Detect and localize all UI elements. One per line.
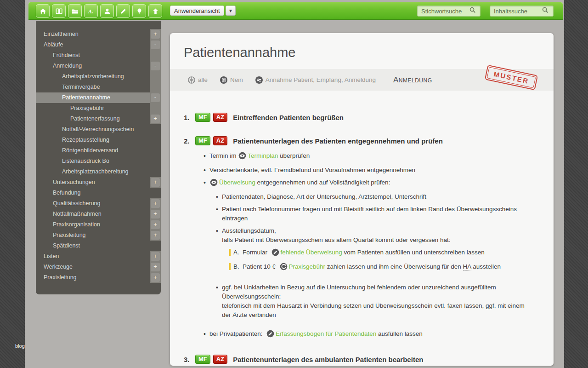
expand-icon[interactable]: + <box>151 263 160 271</box>
sidebar-item-frühdienst[interactable]: Frühdienst <box>36 50 161 61</box>
jump-arrow-icon <box>280 263 288 273</box>
sidebar-item-praxisgebühr[interactable]: Praxisgebühr <box>36 103 161 114</box>
sidebar-item-anmeldung[interactable]: Anmeldung- <box>36 61 161 71</box>
filter-nein[interactable]: Nein <box>220 76 243 84</box>
sidebar-item-label: Frühdienst <box>53 52 80 58</box>
expand-icon[interactable]: + <box>151 273 160 282</box>
sidebar-item-label: Spätdienst <box>53 242 80 249</box>
step-body: Termin im Terminplan überprüfenVersicher… <box>184 151 535 340</box>
collapse-icon[interactable]: - <box>151 40 160 49</box>
sidebar-item-label: Notfall/-Verrechnungsschein <box>62 126 134 132</box>
option-letter: A. <box>233 248 239 257</box>
filter-alle[interactable]: alle <box>187 76 208 84</box>
sidebar-item-notfallmaßnahmen[interactable]: Notfallmaßnahmen+ <box>36 209 161 219</box>
list-item: Patientendaten, Diagnose, Art der Unters… <box>184 192 535 201</box>
list-item: bei Privatpatienten: Erfassungsbogen für… <box>184 329 535 340</box>
sidebar-item-label: Abläufe <box>44 41 63 48</box>
step-number: 2. <box>184 137 195 145</box>
sidebar-item-qualitätssicherung[interactable]: Qualitätssicherung+ <box>36 198 161 209</box>
sidebar-item-werkzeuge[interactable]: Werkzeuge+ <box>36 262 161 272</box>
sidebar-item-spätdienst[interactable]: Spätdienst <box>36 241 161 251</box>
view-select-value[interactable]: Anwenderansicht <box>170 6 224 16</box>
sidebar-item-praxisleitung[interactable]: Praxisleitung+ <box>36 272 161 283</box>
link-praxisgebühr[interactable]: Praxisgebühr <box>289 263 326 270</box>
expand-icon[interactable]: + <box>151 178 160 187</box>
bulb-icon[interactable] <box>132 4 146 18</box>
sidebar-item-praxisleitung[interactable]: Praxisleitung+ <box>36 230 161 241</box>
list-item-text: Patient nach Telefonnummer fragen und mi… <box>222 206 519 222</box>
highlight-marker <box>229 263 231 270</box>
sidebar-item-label: Röntgenbilderversand <box>62 147 118 154</box>
sidebar-item-terminvergabe[interactable]: Terminvergabe <box>36 82 161 92</box>
role-badge-az: AZ <box>213 113 227 122</box>
table-icon[interactable] <box>52 4 66 18</box>
expand-icon[interactable]: + <box>151 252 160 261</box>
search-icon[interactable] <box>542 6 549 16</box>
list-item-text: Überweisung entgegennehmen und auf Volls… <box>209 179 390 186</box>
document-icon <box>220 76 228 84</box>
list-item-text: bei Privatpatienten: Erfassungsbogen für… <box>209 330 423 337</box>
list-item-text: Ausstellungsdatum, falls Patient mit Übe… <box>222 227 450 243</box>
chevron-down-icon[interactable]: ▼ <box>226 6 236 16</box>
step: 2.MFAZPatientenunterlagen des Patienten … <box>184 136 535 340</box>
step-heading: 2.MFAZPatientenunterlagen des Patienten … <box>184 136 535 145</box>
user-icon[interactable] <box>100 4 114 18</box>
sidebar-item-listenausdruck-bo[interactable]: Listenausdruck Bo <box>36 156 161 167</box>
sidebar-item-abläufe[interactable]: Abläufe- <box>36 40 161 50</box>
sidebar-item-patientenerfassung[interactable]: Patientenerfassung+ <box>36 114 161 124</box>
step-title: Eintreffenden Patienten begrüßen <box>233 114 344 121</box>
sidebar-item-listen[interactable]: Listen+ <box>36 251 161 262</box>
folder-icon[interactable] <box>68 4 82 18</box>
content-search-input[interactable] <box>490 8 541 15</box>
expand-icon[interactable]: + <box>151 220 160 229</box>
sidebar-item-label: Praxisorganisation <box>53 221 100 228</box>
collapse-icon[interactable]: - <box>151 93 160 102</box>
list-item: Termin im Terminplan überprüfen <box>184 151 535 162</box>
sidebar-item-label: Praxisgebühr <box>70 105 104 111</box>
text-format-icon[interactable]: A. <box>84 4 98 18</box>
expand-icon[interactable]: + <box>151 210 160 218</box>
expand-icon[interactable]: + <box>151 199 160 208</box>
link-überweisung[interactable]: Überweisung <box>219 179 255 186</box>
sidebar-item-patientenannahme[interactable]: Patientenannahme- <box>36 92 161 103</box>
option-letter: B. <box>233 262 239 271</box>
home-icon[interactable] <box>36 4 50 18</box>
sidebar-item-label: Patientenannahme <box>62 94 110 101</box>
expand-icon[interactable]: + <box>151 30 160 39</box>
sidebar-item-label: Listenausdruck Bo <box>62 158 109 164</box>
pencil-icon <box>271 248 279 259</box>
collapse-icon[interactable]: - <box>151 62 160 70</box>
sidebar-item-untersuchungen[interactable]: Untersuchungen+ <box>36 177 161 188</box>
step: 3.MFAZPatientenunterlagen des ambulanten… <box>184 355 535 366</box>
eye-icon <box>210 178 218 189</box>
role-badge-mf: MF <box>195 113 210 122</box>
pencil-icon[interactable] <box>116 4 130 18</box>
arrow-up-icon[interactable] <box>148 4 162 18</box>
expand-icon[interactable]: + <box>151 115 160 123</box>
sidebar-item-label: Anmeldung <box>53 63 82 69</box>
search-icon[interactable] <box>469 6 476 16</box>
keyword-search-input[interactable] <box>418 8 468 15</box>
sidebar-item-rezeptausstellung[interactable]: Rezeptausstellung <box>36 135 161 145</box>
keyword-search <box>417 6 481 17</box>
sidebar-item-notfall-verrechnungsschein[interactable]: Notfall/-Verrechnungsschein <box>36 124 161 135</box>
sidebar-item-arbeitsplatzvorbereitung[interactable]: Arbeitsplatzvorbereitung <box>36 71 161 82</box>
sidebar-item-label: Arbeitsplatznachbereitung <box>62 168 129 175</box>
step-title: Patientenunterlagen des Patienten entgeg… <box>233 137 443 145</box>
expand-icon[interactable]: + <box>151 231 160 240</box>
link-erfassungsbogen-für-patientendaten[interactable]: Erfassungsbogen für Patientendaten <box>276 330 376 337</box>
step-title: Patientenunterlagen des ambulanten Patie… <box>233 356 423 363</box>
content-search <box>490 6 554 17</box>
sidebar-item-label: Praxisleitung <box>44 274 77 281</box>
sidebar-item-label: Terminvergabe <box>62 84 100 90</box>
sidebar-item-praxisorganisation[interactable]: Praxisorganisation+ <box>36 219 161 230</box>
sidebar-item-befundung[interactable]: Befundung <box>36 188 161 198</box>
sidebar-item-arbeitsplatznachbereitung[interactable]: Arbeitsplatznachbereitung <box>36 167 161 177</box>
sidebar-item-röntgenbilderversand[interactable]: Röntgenbilderversand <box>36 145 161 156</box>
filter-annahme-patient-empfang-anmeldung[interactable]: Annahme Patient, Empfang, Anmeldung <box>255 76 376 84</box>
wheel-icon <box>187 76 196 84</box>
link-terminplan[interactable]: Terminplan <box>248 152 278 159</box>
link-fehlende-überweisung[interactable]: fehlende Überweisung <box>281 249 342 256</box>
sidebar-item-einzelthemen[interactable]: Einzelthemen+ <box>36 29 161 40</box>
step: 1.MFAZEintreffenden Patienten begrüßen <box>184 113 535 122</box>
